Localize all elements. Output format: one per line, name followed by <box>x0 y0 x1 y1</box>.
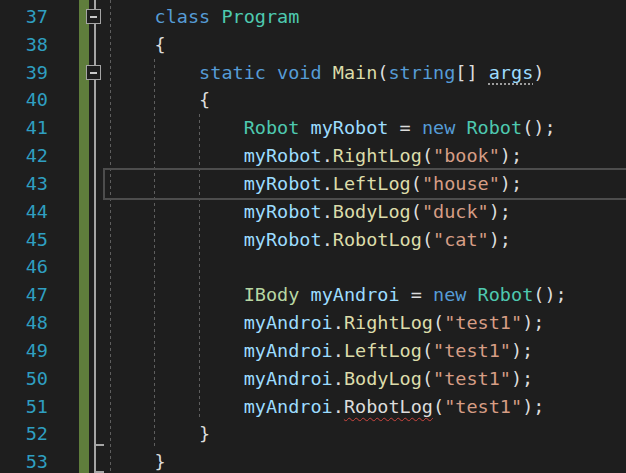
code-line[interactable]: 46 <box>0 253 626 281</box>
code-token: myAndroi <box>311 284 400 305</box>
code-line[interactable]: 52 } <box>0 420 626 448</box>
line-number[interactable]: 49 <box>0 337 48 365</box>
code-token: ); <box>489 201 511 222</box>
code-token: ( <box>422 368 433 389</box>
code-line[interactable]: 47 IBody myAndroi = new Robot(); <box>0 281 626 309</box>
code-text[interactable]: { <box>110 31 166 59</box>
code-line[interactable]: 43 myRobot.LeftLog("house"); <box>0 170 626 198</box>
code-token <box>400 284 411 305</box>
code-text[interactable]: myAndroi.LeftLog("test1"); <box>110 337 533 365</box>
code-token <box>110 368 244 389</box>
code-token: (); <box>522 117 555 138</box>
line-number[interactable]: 38 <box>0 31 48 59</box>
code-token <box>422 284 433 305</box>
code-text[interactable]: myRobot.LeftLog("house"); <box>110 170 522 198</box>
line-number[interactable]: 41 <box>0 114 48 142</box>
code-line[interactable]: 53 } <box>0 448 626 473</box>
code-token: ( <box>411 173 422 194</box>
code-text[interactable]: myAndroi.BodyLog("test1"); <box>110 365 533 393</box>
code-token <box>110 34 155 55</box>
code-token: myAndroi <box>244 396 333 417</box>
code-token: "house" <box>422 173 500 194</box>
code-text[interactable]: myRobot.BodyLog("duck"); <box>110 198 511 226</box>
code-token <box>110 451 155 472</box>
code-token: ); <box>500 173 522 194</box>
code-token: Robot <box>244 117 300 138</box>
code-token <box>466 284 477 305</box>
line-number[interactable]: 42 <box>0 142 48 170</box>
code-text[interactable]: { <box>110 86 210 114</box>
code-line[interactable]: 51 myAndroi.RobotLog("test1"); <box>0 393 626 421</box>
code-token: "test1" <box>433 368 511 389</box>
code-token: myRobot <box>244 201 322 222</box>
code-token: . <box>322 145 333 166</box>
code-text[interactable]: Robot myRobot = new Robot(); <box>110 114 556 142</box>
code-text[interactable]: } <box>110 448 166 473</box>
line-number[interactable]: 48 <box>0 309 48 337</box>
line-number[interactable]: 43 <box>0 170 48 198</box>
code-line[interactable]: 45 myRobot.RobotLog("cat"); <box>0 226 626 254</box>
line-number[interactable]: 45 <box>0 226 48 254</box>
code-line[interactable]: 40 { <box>0 86 626 114</box>
code-line[interactable]: 37 class Program <box>0 3 626 31</box>
line-number[interactable]: 37 <box>0 3 48 31</box>
code-text[interactable]: class Program <box>110 3 299 31</box>
code-line[interactable]: 38 { <box>0 31 626 59</box>
code-token: myAndroi <box>244 312 333 333</box>
code-token: "duck" <box>422 201 489 222</box>
code-token: RobotLog <box>333 229 422 250</box>
code-text[interactable]: IBody myAndroi = new Robot(); <box>110 281 567 309</box>
code-token <box>110 173 244 194</box>
code-token <box>478 62 489 83</box>
code-token: class <box>155 6 211 27</box>
code-line[interactable]: 42 myRobot.RightLog("book"); <box>0 142 626 170</box>
line-number[interactable]: 53 <box>0 448 48 473</box>
code-token: RightLog <box>344 312 433 333</box>
code-line[interactable]: 44 myRobot.BodyLog("duck"); <box>0 198 626 226</box>
code-token: ) <box>533 62 544 83</box>
code-token <box>110 6 155 27</box>
code-text[interactable]: } <box>110 420 210 448</box>
code-token <box>110 201 244 222</box>
code-token: BodyLog <box>333 201 411 222</box>
code-token: (); <box>533 284 566 305</box>
line-number[interactable]: 46 <box>0 253 48 281</box>
code-token: . <box>322 229 333 250</box>
code-token: ( <box>433 396 444 417</box>
code-token <box>110 145 244 166</box>
code-token <box>299 117 310 138</box>
code-text[interactable]: myAndroi.RightLog("test1"); <box>110 309 544 337</box>
line-number[interactable]: 44 <box>0 198 48 226</box>
code-token <box>110 396 244 417</box>
code-token <box>455 117 466 138</box>
code-text[interactable]: myAndroi.RobotLog("test1"); <box>110 393 544 421</box>
code-token: "book" <box>433 145 500 166</box>
line-number[interactable]: 51 <box>0 393 48 421</box>
code-token <box>110 340 244 361</box>
code-token: myAndroi <box>244 368 333 389</box>
line-number[interactable]: 50 <box>0 365 48 393</box>
line-number[interactable]: 39 <box>0 59 48 87</box>
code-line[interactable]: 39 static void Main(string[] args) <box>0 59 626 87</box>
code-token: new <box>433 284 466 305</box>
code-token: = <box>411 284 422 305</box>
line-number[interactable]: 52 <box>0 420 48 448</box>
code-token <box>110 62 199 83</box>
code-editor[interactable]: 37 class Program38 {39 static void Main(… <box>0 0 626 473</box>
code-text[interactable]: myRobot.RobotLog("cat"); <box>110 226 511 254</box>
code-token: myRobot <box>311 117 389 138</box>
code-line[interactable]: 50 myAndroi.BodyLog("test1"); <box>0 365 626 393</box>
code-token: { <box>199 89 210 110</box>
line-number[interactable]: 47 <box>0 281 48 309</box>
code-token: myAndroi <box>244 340 333 361</box>
line-number[interactable]: 40 <box>0 86 48 114</box>
code-text[interactable]: static void Main(string[] args) <box>110 59 544 87</box>
code-line[interactable]: 41 Robot myRobot = new Robot(); <box>0 114 626 142</box>
code-token <box>322 62 333 83</box>
code-token: myRobot <box>244 229 322 250</box>
code-text[interactable]: myRobot.RightLog("book"); <box>110 142 522 170</box>
code-token: myRobot <box>244 145 322 166</box>
code-line[interactable]: 49 myAndroi.LeftLog("test1"); <box>0 337 626 365</box>
code-token: . <box>333 368 344 389</box>
code-line[interactable]: 48 myAndroi.RightLog("test1"); <box>0 309 626 337</box>
